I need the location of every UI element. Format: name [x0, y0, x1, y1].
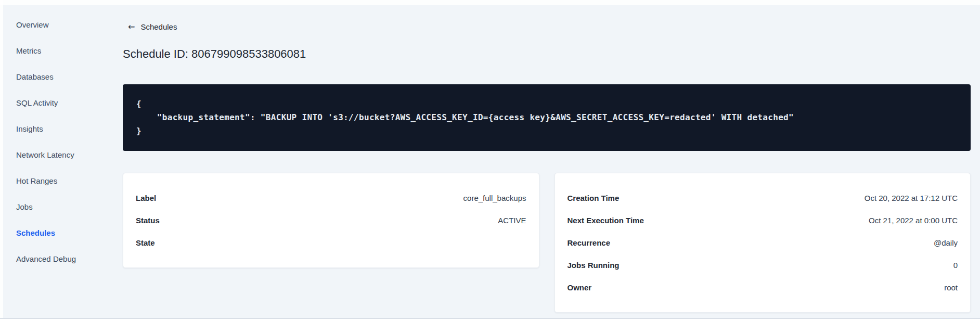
- sidebar-item-insights[interactable]: Insights: [16, 116, 114, 142]
- sidebar-item-sql-activity[interactable]: SQL Activity: [16, 90, 114, 116]
- detail-row-value: root: [944, 283, 958, 292]
- sidebar-item-hot-ranges[interactable]: Hot Ranges: [16, 168, 114, 194]
- code-line: }: [136, 124, 957, 138]
- detail-cards-row: Label core_full_backups Status ACTIVE St…: [123, 173, 971, 313]
- schedule-definition-code-block: { "backup_statement": "BACKUP INTO 's3:/…: [123, 84, 971, 151]
- detail-row-value: ACTIVE: [498, 216, 526, 225]
- main-content: ← Schedules Schedule ID: 806799098533806…: [123, 0, 971, 313]
- detail-row-owner: Owner root: [568, 276, 958, 299]
- detail-row-value: 0: [953, 261, 958, 270]
- sidebar-item-schedules[interactable]: Schedules: [16, 220, 114, 246]
- detail-row-next-execution-time: Next Execution Time Oct 21, 2022 at 0:00…: [568, 209, 958, 232]
- code-line: {: [136, 97, 957, 111]
- detail-row-key: Jobs Running: [568, 261, 620, 270]
- detail-row-key: Status: [136, 216, 160, 225]
- detail-row-creation-time: Creation Time Oct 20, 2022 at 17:12 UTC: [568, 187, 958, 209]
- sidebar-item-network-latency[interactable]: Network Latency: [16, 142, 114, 168]
- detail-row-key: Creation Time: [568, 194, 620, 202]
- detail-row-label: Label core_full_backups: [136, 187, 526, 209]
- detail-row-key: Owner: [568, 283, 592, 292]
- detail-row-key: State: [136, 238, 155, 247]
- detail-row-value: @daily: [934, 238, 958, 247]
- schedule-summary-card: Label core_full_backups Status ACTIVE St…: [123, 173, 539, 268]
- detail-row-status: Status ACTIVE: [136, 209, 526, 232]
- detail-row-value: core_full_backups: [463, 194, 526, 202]
- sidebar-nav: Overview Metrics Databases SQL Activity …: [0, 0, 114, 272]
- back-link-label: Schedules: [140, 22, 177, 32]
- sidebar-item-list: Overview Metrics Databases SQL Activity …: [16, 12, 114, 272]
- sidebar-item-databases[interactable]: Databases: [16, 64, 114, 90]
- detail-row-key: Next Execution Time: [568, 216, 644, 225]
- detail-row-value: Oct 21, 2022 at 0:00 UTC: [869, 216, 958, 225]
- sidebar-item-advanced-debug[interactable]: Advanced Debug: [16, 246, 114, 272]
- back-link-schedules[interactable]: ← Schedules: [128, 22, 177, 32]
- detail-row-recurrence: Recurrence @daily: [568, 232, 958, 254]
- detail-row-key: Label: [136, 194, 156, 202]
- code-line: "backup_statement": "BACKUP INTO 's3://b…: [136, 111, 957, 124]
- detail-row-state: State: [136, 232, 526, 254]
- detail-row-jobs-running: Jobs Running 0: [568, 254, 958, 276]
- schedule-execution-card: Creation Time Oct 20, 2022 at 17:12 UTC …: [555, 173, 971, 313]
- arrow-left-icon: ←: [128, 22, 135, 32]
- sidebar-item-jobs[interactable]: Jobs: [16, 194, 114, 220]
- page-title: Schedule ID: 806799098533806081: [123, 46, 971, 62]
- sidebar-item-overview[interactable]: Overview: [16, 12, 114, 38]
- detail-row-key: Recurrence: [568, 238, 611, 247]
- sidebar-item-metrics[interactable]: Metrics: [16, 38, 114, 64]
- detail-row-value: Oct 20, 2022 at 17:12 UTC: [865, 194, 958, 202]
